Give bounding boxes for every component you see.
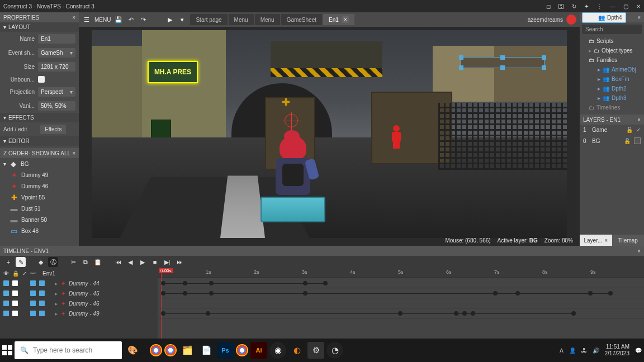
notifications-icon[interactable]: 💬 [635, 347, 642, 354]
tab-start-page[interactable]: Start page [190, 14, 227, 25]
prop-size-value[interactable]: 1281 x 720 [38, 62, 75, 72]
maximize-icon[interactable]: ▢ [623, 3, 628, 9]
family-item[interactable]: ▸👥Dpth2 [580, 84, 644, 93]
timeline-track[interactable]: ▸✦Dummy - 49 [0, 308, 158, 318]
tab-menu[interactable]: Menu [255, 14, 280, 25]
zorder-item[interactable]: ▬Dust 51 [0, 203, 79, 214]
chrome-icon[interactable] [236, 344, 248, 356]
paste-button[interactable]: 📋 [93, 257, 103, 267]
close-icon[interactable]: × [604, 237, 608, 244]
construct-icon[interactable]: ⚙ [307, 342, 324, 359]
play-button[interactable]: ▶ [165, 15, 174, 24]
prop-vanishing-value[interactable]: 50%, 50% [38, 101, 75, 111]
family-item-selected[interactable]: 👥Dpth4 [582, 12, 626, 23]
layout-canvas[interactable]: MH.A PRES [92, 30, 567, 238]
close-icon[interactable]: × [637, 15, 641, 21]
illustrator-icon[interactable]: Ai [250, 342, 267, 359]
zorder-item[interactable]: ✦Dummy 49 [0, 169, 79, 180]
check-icon[interactable]: ✓ [636, 127, 641, 133]
people-icon[interactable]: 👤 [569, 347, 576, 354]
next-button[interactable]: ▶| [162, 257, 172, 267]
taskbar-clock[interactable]: 11:51 AM 2/17/2023 [605, 344, 630, 357]
close-icon[interactable]: × [72, 150, 75, 156]
zorder-item[interactable]: ✦Dummy 46 [0, 180, 79, 192]
layout-section-header[interactable]: ▾ LAYOUT [0, 22, 79, 32]
tree-object-types[interactable]: ▸🗀Object types [580, 46, 644, 55]
explorer-icon[interactable]: 🗂️ [179, 342, 196, 359]
add-button[interactable]: + [3, 257, 13, 267]
check-icon[interactable]: ✓ [22, 270, 27, 277]
chrome-icon[interactable] [150, 344, 162, 356]
close-icon[interactable]: × [342, 16, 349, 23]
zorder-item[interactable]: ▭Box 48 [0, 225, 79, 236]
visibility-checkbox[interactable] [634, 137, 641, 144]
key-icon[interactable]: ⚿ [558, 3, 564, 9]
zorder-item[interactable]: ▬Banner 50 [0, 214, 79, 225]
zorder-root[interactable]: ▾◆BG [0, 158, 79, 169]
family-item[interactable]: ▸👥Dpth3 [580, 93, 644, 103]
tree-timelines[interactable]: 🗀Timelines [580, 103, 644, 112]
prop-projection-value[interactable]: Perspect [38, 87, 75, 97]
effects-button[interactable]: Effects [40, 125, 66, 134]
family-item[interactable]: ▸👥BoxFm [580, 74, 644, 84]
last-button[interactable]: ⏭ [174, 257, 184, 267]
timeline-header-row[interactable]: 👁🔒✓〰 Env1 [0, 268, 158, 278]
taskbar-search-input[interactable]: 🔍 Type here to search [15, 341, 122, 359]
chrome-icon[interactable] [164, 344, 177, 356]
first-button[interactable]: ⏮ [113, 257, 123, 267]
timeline-track[interactable]: ▸✦Dummy - 46 [0, 298, 158, 308]
app-icon[interactable]: ◔ [326, 342, 343, 359]
record-button[interactable]: Ⓐ [48, 257, 58, 267]
close-icon[interactable]: × [637, 248, 641, 254]
prop-unbounded-checkbox[interactable] [38, 76, 45, 83]
tab-en1[interactable]: En1× [323, 14, 354, 25]
wave-icon[interactable]: 〰 [30, 270, 36, 277]
timeline-track[interactable]: ▸✦Dummy - 44 [0, 278, 158, 288]
timeline-ruler[interactable]: 0.00s 1s 2s 3s 4s 5s 6s 7s 8s 9s [158, 268, 644, 278]
undo-button[interactable]: ↶ [126, 15, 135, 24]
prev-button[interactable]: ◀ [125, 257, 135, 267]
tab-tilemap[interactable]: Tilemap [612, 235, 645, 246]
keyframe-button[interactable]: ◆ [36, 257, 46, 267]
tab-menu[interactable]: Menu [229, 14, 254, 25]
project-search-input[interactable]: Search [582, 25, 642, 34]
edit-button[interactable]: ✎ [16, 257, 26, 267]
lock-icon[interactable]: 🔒 [12, 270, 19, 277]
layer-row[interactable]: 0 BG 🔓 [580, 135, 644, 146]
tree-families[interactable]: 🗀Families [580, 55, 644, 65]
editor-section-header[interactable]: ▾ EDITOR [0, 136, 79, 146]
timeline-track[interactable]: ▸✦Dummy - 45 [0, 288, 158, 298]
sync-icon[interactable]: ↻ [572, 3, 576, 9]
start-button[interactable] [2, 345, 12, 355]
photoshop-icon[interactable]: Ps [217, 342, 234, 359]
timeline-track-area[interactable]: 0.00s 1s 2s 3s 4s 5s 6s 7s 8s 9s [158, 268, 644, 339]
menu-label[interactable]: MENU [94, 17, 111, 23]
tree-scripts[interactable]: 🗀Scripts [580, 36, 644, 46]
close-icon[interactable]: × [72, 15, 75, 21]
tray-chevron-icon[interactable]: ᐱ [560, 347, 564, 354]
obs-icon[interactable]: ◉ [269, 342, 286, 359]
notepad-icon[interactable]: 📄 [198, 342, 215, 359]
tab-layers[interactable]: Layer...× [580, 235, 612, 246]
cut-button[interactable]: ✂ [68, 257, 78, 267]
kebab-icon[interactable]: ⋮ [596, 3, 602, 9]
close-icon[interactable]: × [637, 117, 641, 123]
eye-icon[interactable]: 👁 [3, 270, 9, 277]
prop-eventsheet-value[interactable]: GameSh [38, 48, 75, 58]
menu-button[interactable]: ☰ [82, 15, 91, 24]
lock-icon[interactable]: 🔓 [624, 138, 631, 144]
play-dropdown-icon[interactable]: ▾ [178, 15, 187, 24]
effects-section-header[interactable]: ▾ EFFECTS [0, 113, 79, 122]
minimize-icon[interactable]: — [610, 3, 615, 9]
cortana-icon[interactable]: 🎨 [124, 342, 141, 359]
layer-row[interactable]: 1 Game 🔓 ✓ [580, 125, 644, 135]
lock-icon[interactable]: 🔓 [626, 127, 633, 133]
prop-name-value[interactable]: En1 [38, 34, 75, 44]
save-button[interactable]: 💾 [114, 15, 123, 24]
copy-button[interactable]: ⧉ [80, 257, 91, 267]
network-icon[interactable]: 🖧 [581, 347, 587, 354]
zorder-item[interactable]: ✚Vpoint 55 [0, 192, 79, 203]
extension-icon[interactable]: ✦ [584, 3, 589, 9]
redo-button[interactable]: ↷ [139, 15, 148, 24]
close-icon[interactable]: ✕ [636, 3, 641, 9]
